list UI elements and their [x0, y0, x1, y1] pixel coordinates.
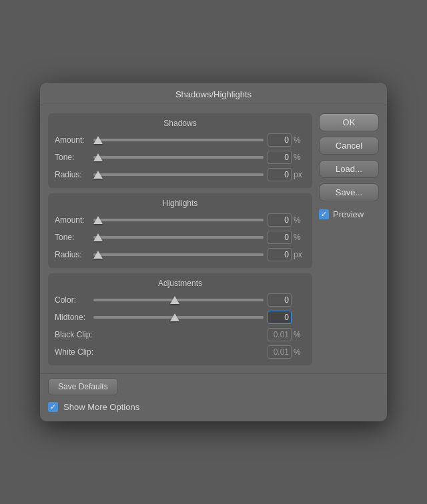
shadows-amount-input[interactable]: [268, 133, 292, 147]
shadows-tone-row: Tone: %: [55, 151, 306, 164]
blackclip-unit: %: [294, 330, 306, 339]
whiteclip-input[interactable]: [268, 345, 292, 359]
adjustments-label: Adjustments: [55, 279, 306, 288]
highlights-amount-unit: %: [294, 215, 306, 225]
shadows-amount-row: Amount: %: [55, 133, 306, 147]
shadows-tone-slider[interactable]: [93, 151, 264, 163]
highlights-section: Highlights Amount: % Tone:: [48, 193, 312, 268]
shadows-radius-input[interactable]: [268, 168, 292, 181]
shadows-amount-thumb[interactable]: [93, 136, 103, 144]
shadows-radius-unit: px: [294, 170, 306, 179]
midtone-input[interactable]: [268, 311, 292, 324]
highlights-amount-row: Amount: %: [55, 213, 306, 227]
blackclip-row: Black Clip: %: [55, 328, 306, 341]
highlights-tone-input[interactable]: [268, 231, 292, 244]
shadows-tone-label: Tone:: [55, 153, 93, 162]
shadows-highlights-dialog: Shadows/Highlights Shadows Amount: %: [40, 83, 387, 421]
preview-label: Preview: [333, 209, 364, 219]
shadows-tone-unit: %: [294, 153, 306, 162]
show-more-checkmark: ✓: [50, 403, 56, 411]
highlights-radius-row: Radius: px: [55, 248, 306, 261]
highlights-amount-label: Amount:: [55, 215, 93, 225]
show-more-label: Show More Options: [63, 402, 139, 412]
shadows-label: Shadows: [55, 119, 306, 128]
midtone-thumb[interactable]: [170, 313, 179, 321]
preview-checkmark: ✓: [321, 211, 327, 218]
highlights-tone-thumb[interactable]: [93, 233, 103, 241]
blackclip-input[interactable]: [268, 328, 292, 341]
shadows-radius-slider[interactable]: [93, 169, 264, 181]
shadows-radius-thumb[interactable]: [93, 171, 103, 179]
dialog-bottom: Save Defaults ✓ Show More Options: [40, 373, 387, 421]
shadows-tone-input[interactable]: [268, 151, 292, 164]
left-panel: Shadows Amount: % Tone:: [48, 113, 312, 365]
save-defaults-row: Save Defaults: [40, 374, 387, 398]
shadows-amount-slider[interactable]: [93, 134, 264, 146]
dialog-title: Shadows/Highlights: [40, 83, 387, 105]
blackclip-spacer: [93, 329, 264, 341]
preview-row: ✓ Preview: [319, 209, 379, 219]
color-row: Color:: [55, 293, 306, 307]
highlights-radius-input[interactable]: [268, 248, 292, 261]
highlights-radius-label: Radius:: [55, 250, 93, 259]
right-panel: OK Cancel Load... Save... ✓ Preview: [319, 113, 379, 365]
color-unit: [294, 295, 306, 305]
cancel-button[interactable]: Cancel: [319, 137, 379, 155]
color-input[interactable]: [268, 293, 292, 307]
show-more-checkbox[interactable]: ✓: [48, 402, 58, 412]
highlights-label: Highlights: [55, 199, 306, 208]
shadows-tone-thumb[interactable]: [93, 153, 103, 161]
whiteclip-spacer: [93, 346, 264, 358]
color-thumb[interactable]: [170, 296, 179, 304]
preview-checkbox[interactable]: ✓: [319, 209, 329, 219]
highlights-amount-thumb[interactable]: [93, 216, 103, 224]
highlights-tone-slider[interactable]: [93, 231, 264, 243]
midtone-label: Midtone:: [55, 313, 93, 322]
highlights-tone-unit: %: [294, 233, 306, 242]
shadows-amount-label: Amount:: [55, 135, 93, 145]
adjustments-section: Adjustments Color: Midtone:: [48, 273, 312, 365]
shadows-radius-label: Radius:: [55, 170, 93, 179]
midtone-row: Midtone:: [55, 311, 306, 324]
save-defaults-button[interactable]: Save Defaults: [48, 378, 118, 395]
highlights-tone-row: Tone: %: [55, 231, 306, 244]
ok-button[interactable]: OK: [319, 113, 379, 131]
whiteclip-label: White Clip:: [55, 347, 93, 357]
whiteclip-unit: %: [294, 347, 306, 357]
load-button[interactable]: Load...: [319, 160, 379, 178]
whiteclip-row: White Clip: %: [55, 345, 306, 359]
show-more-row: ✓ Show More Options: [40, 398, 387, 416]
shadows-radius-row: Radius: px: [55, 168, 306, 181]
highlights-amount-input[interactable]: [268, 213, 292, 227]
highlights-amount-slider[interactable]: [93, 214, 264, 226]
color-slider[interactable]: [93, 294, 264, 306]
shadows-section: Shadows Amount: % Tone:: [48, 113, 312, 188]
midtone-unit: [294, 313, 306, 322]
save-button[interactable]: Save...: [319, 183, 379, 201]
highlights-radius-unit: px: [294, 250, 306, 259]
blackclip-label: Black Clip:: [55, 330, 93, 339]
highlights-tone-label: Tone:: [55, 233, 93, 242]
shadows-amount-unit: %: [294, 135, 306, 145]
midtone-slider[interactable]: [93, 311, 264, 323]
color-label: Color:: [55, 295, 93, 305]
highlights-radius-thumb[interactable]: [93, 251, 103, 259]
highlights-radius-slider[interactable]: [93, 249, 264, 261]
